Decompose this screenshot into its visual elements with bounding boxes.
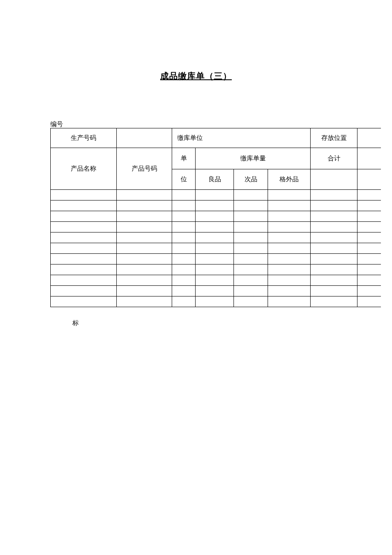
cell-unit xyxy=(172,296,196,307)
cell-blank xyxy=(357,296,381,307)
cell-productName xyxy=(51,200,117,211)
header-deposit-quantity: 缴库单量 xyxy=(196,148,311,169)
cell-good xyxy=(196,243,234,254)
header-unit-top: 单 xyxy=(172,148,196,169)
cell-good xyxy=(196,275,234,286)
cell-blank xyxy=(357,243,381,254)
header-production-number-value xyxy=(117,128,172,148)
cell-good xyxy=(196,286,234,296)
cell-productNumber xyxy=(117,222,172,232)
header-good: 良品 xyxy=(196,169,234,190)
cell-total xyxy=(311,286,357,296)
cell-unit xyxy=(172,275,196,286)
cell-good xyxy=(196,232,234,243)
cell-unit xyxy=(172,232,196,243)
cell-extra xyxy=(268,200,311,211)
header-blank-sub xyxy=(357,169,381,190)
cell-productNumber xyxy=(117,200,172,211)
cell-defective xyxy=(234,190,268,200)
cell-productNumber xyxy=(117,296,172,307)
cell-unit xyxy=(172,264,196,275)
header-total: 合计 xyxy=(311,148,357,169)
header-product-number: 产品号码 xyxy=(117,148,172,190)
cell-total xyxy=(311,200,357,211)
table-row xyxy=(51,286,381,296)
cell-extra xyxy=(268,190,311,200)
cell-defective xyxy=(234,264,268,275)
cell-defective xyxy=(234,200,268,211)
cell-total xyxy=(311,254,357,264)
cell-extra xyxy=(268,296,311,307)
cell-productNumber xyxy=(117,190,172,200)
page-title: 成品缴库单（三） xyxy=(0,70,392,82)
header-total-sub xyxy=(311,169,357,190)
header-blank-top xyxy=(357,148,381,169)
cell-defective xyxy=(234,254,268,264)
table-row xyxy=(51,222,381,232)
cell-unit xyxy=(172,200,196,211)
cell-total xyxy=(311,190,357,200)
cell-extra xyxy=(268,211,311,222)
cell-productNumber xyxy=(117,254,172,264)
header-unit-bottom: 位 xyxy=(172,169,196,190)
header-extra: 格外品 xyxy=(268,169,311,190)
header-production-number: 生产号码 xyxy=(51,128,117,148)
table-row xyxy=(51,264,381,275)
form-table: 生产号码 缴库单位 存放位置 产品名称 产品号码 单 缴库单量 合计 位 良品 … xyxy=(50,128,381,307)
cell-defective xyxy=(234,243,268,254)
cell-extra xyxy=(268,275,311,286)
table-row xyxy=(51,243,381,254)
table-row xyxy=(51,275,381,286)
cell-unit xyxy=(172,286,196,296)
cell-unit xyxy=(172,190,196,200)
cell-productName xyxy=(51,190,117,200)
header-storage-location-value xyxy=(357,128,381,148)
header-row-1: 生产号码 缴库单位 存放位置 xyxy=(51,128,381,148)
cell-productNumber xyxy=(117,232,172,243)
cell-blank xyxy=(357,275,381,286)
cell-total xyxy=(311,222,357,232)
cell-productName xyxy=(51,243,117,254)
cell-defective xyxy=(234,275,268,286)
cell-total xyxy=(311,264,357,275)
header-deposit-unit: 缴库单位 xyxy=(172,128,311,148)
cell-blank xyxy=(357,254,381,264)
cell-good xyxy=(196,254,234,264)
cell-blank xyxy=(357,190,381,200)
cell-total xyxy=(311,275,357,286)
cell-unit xyxy=(172,211,196,222)
cell-extra xyxy=(268,232,311,243)
cell-total xyxy=(311,211,357,222)
cell-unit xyxy=(172,243,196,254)
cell-extra xyxy=(268,286,311,296)
table-row xyxy=(51,254,381,264)
header-storage-location: 存放位置 xyxy=(311,128,357,148)
cell-extra xyxy=(268,264,311,275)
cell-good xyxy=(196,296,234,307)
header-row-2: 产品名称 产品号码 单 缴库单量 合计 xyxy=(51,148,381,169)
cell-productNumber xyxy=(117,211,172,222)
table-row xyxy=(51,296,381,307)
cell-blank xyxy=(357,222,381,232)
table-row xyxy=(51,211,381,222)
serial-number-label: 编号 xyxy=(50,120,63,128)
table-row xyxy=(51,200,381,211)
table-row xyxy=(51,232,381,243)
cell-productName xyxy=(51,254,117,264)
footer-label: 标 xyxy=(72,319,79,327)
cell-productName xyxy=(51,211,117,222)
cell-extra xyxy=(268,243,311,254)
cell-blank xyxy=(357,211,381,222)
cell-blank xyxy=(357,264,381,275)
cell-productNumber xyxy=(117,286,172,296)
cell-good xyxy=(196,190,234,200)
cell-productNumber xyxy=(117,275,172,286)
cell-blank xyxy=(357,286,381,296)
cell-good xyxy=(196,200,234,211)
cell-total xyxy=(311,243,357,254)
cell-good xyxy=(196,222,234,232)
cell-defective xyxy=(234,286,268,296)
cell-productName xyxy=(51,296,117,307)
cell-productNumber xyxy=(117,264,172,275)
cell-blank xyxy=(357,232,381,243)
